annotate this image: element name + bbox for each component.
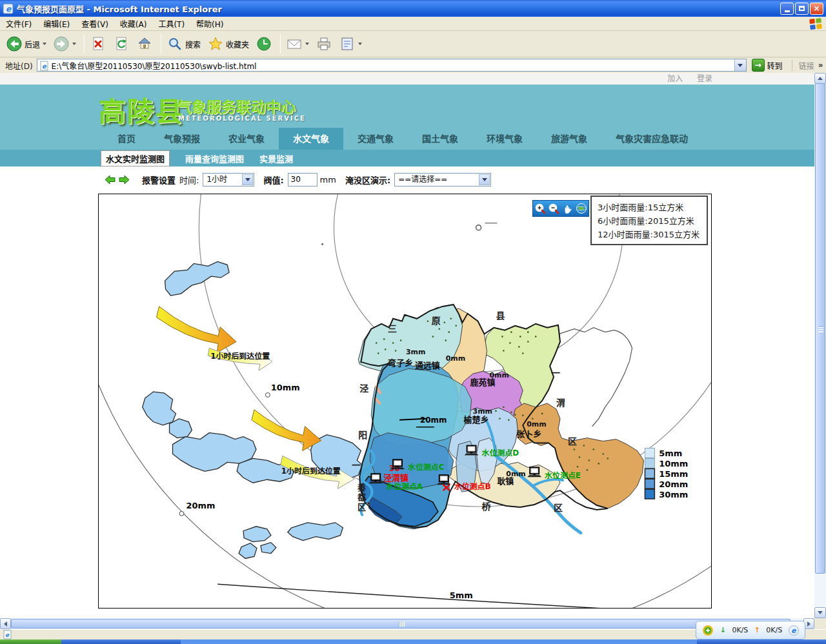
ring-label-5mm: 5mm	[450, 590, 473, 600]
tab-agriculture[interactable]: 农业气象	[214, 128, 279, 150]
select-dropdown-icon[interactable]	[242, 174, 253, 185]
rain-yuchuxiang: 3mm	[473, 407, 492, 416]
address-dropdown-icon[interactable]	[734, 59, 746, 71]
subtab-rain-query[interactable]: 雨量查询监测图	[185, 152, 244, 165]
geo-label: 原	[432, 316, 441, 326]
back-button[interactable]: 后退	[4, 34, 48, 54]
favorites-button[interactable]: 收藏夹	[205, 34, 251, 54]
menu-help[interactable]: 帮助(H)	[190, 18, 229, 29]
zoom-in-icon[interactable]	[534, 203, 546, 214]
rain-zhangbuxiang: 0mm	[527, 420, 546, 428]
mail-button[interactable]	[284, 34, 311, 54]
station-b-icon	[437, 475, 451, 485]
login-link[interactable]: 登录	[697, 74, 712, 83]
county-regions: 灞	[358, 305, 643, 529]
menu-file[interactable]: 文件(F)	[0, 18, 37, 29]
tab-tourism[interactable]: 旅游气象	[537, 128, 601, 150]
geo-label: 三	[388, 323, 397, 334]
join-link[interactable]: 加入	[667, 74, 683, 83]
horizontal-scroll-thumb[interactable]	[11, 619, 791, 629]
refresh-button[interactable]	[111, 34, 132, 54]
address-input-wrap[interactable]: e	[37, 59, 747, 72]
pan-hand-icon[interactable]	[562, 203, 574, 214]
search-button[interactable]: 搜索	[165, 34, 203, 54]
hydrology-map[interactable]: 10mm 20mm 5mm	[98, 194, 712, 609]
legend-label: 10mm	[659, 459, 688, 468]
tab-traffic[interactable]: 交通气象	[343, 128, 408, 150]
threshold-unit: mm	[320, 175, 336, 185]
menu-favorites[interactable]: 收藏(A)	[114, 18, 153, 29]
flood-select[interactable]: ==请选择==	[394, 173, 491, 186]
next-arrow-icon[interactable]	[119, 175, 130, 185]
geo-label: 一	[352, 460, 361, 470]
go-button[interactable]: → 转到	[752, 59, 783, 72]
close-button[interactable]: ×	[810, 3, 823, 15]
tab-home[interactable]: 首页	[103, 128, 150, 150]
page-content: 加入 登录 高陵县 气象服务联动中心 METEOROLOGICAL SERVIC…	[0, 73, 826, 618]
toolbar-separator	[161, 34, 161, 54]
stop-button[interactable]	[88, 34, 108, 54]
scroll-down-button[interactable]	[814, 607, 826, 618]
toolbar-separator	[280, 34, 281, 54]
go-label: 转到	[767, 60, 783, 71]
browser-toolbar: 后退 搜索	[0, 31, 826, 57]
prev-arrow-icon[interactable]	[105, 175, 116, 185]
menu-tools[interactable]: 工具(T)	[152, 18, 190, 29]
forward-dropdown-icon[interactable]	[72, 43, 76, 45]
ie-widget-icon[interactable]: e	[789, 625, 799, 636]
history-clock-icon	[256, 35, 272, 52]
contour-label-20mm: 20mm	[420, 416, 447, 425]
menu-bar: 文件(F) 编辑(E) 查看(V) 收藏(A) 工具(T) 帮助(H)	[0, 17, 826, 31]
logo-title: 气象服务联动中心	[177, 95, 296, 117]
zoom-out-icon[interactable]	[548, 203, 559, 214]
address-input[interactable]	[52, 61, 710, 70]
globe-icon[interactable]	[576, 203, 587, 214]
menu-edit[interactable]: 编辑(E)	[37, 18, 76, 29]
geo-label-qindu: 秦都区	[357, 483, 367, 521]
back-label: 后退	[25, 39, 40, 50]
tab-environment[interactable]: 环境气象	[472, 128, 537, 150]
threshold-input[interactable]	[288, 173, 317, 186]
subtab-live-view[interactable]: 实景监测	[259, 152, 293, 165]
forward-button[interactable]	[51, 34, 78, 54]
menu-view[interactable]: 查看(V)	[76, 18, 114, 29]
time-select[interactable]: 1小时	[203, 173, 254, 186]
select-dropdown-icon[interactable]	[479, 174, 490, 185]
station-a-label: 水位测点A	[385, 482, 423, 491]
download-arrow-icon: ↓	[720, 626, 726, 634]
station-e-label: 水位测点E	[544, 471, 581, 480]
mail-icon	[286, 35, 303, 52]
title-bar[interactable]: e 气象预报页面原型 - Microsoft Internet Explorer…	[0, 0, 826, 17]
scroll-up-button[interactable]	[814, 73, 826, 84]
links-menu[interactable]: 链接 »	[792, 60, 823, 71]
legend-label: 15mm	[659, 469, 688, 479]
back-dropdown-icon[interactable]	[43, 43, 46, 45]
geo-label: 区	[554, 503, 563, 513]
tab-hydrology[interactable]: 水文气象	[279, 128, 343, 150]
scroll-left-button[interactable]	[0, 618, 11, 629]
stop-icon	[90, 35, 106, 52]
vertical-scroll-thumb[interactable]	[815, 83, 825, 574]
vertical-scrollbar[interactable]	[814, 73, 826, 618]
edit-button[interactable]	[337, 34, 364, 54]
arrival-label-2: 1小时后到达位置	[281, 467, 341, 476]
mail-dropdown-icon[interactable]	[305, 43, 309, 45]
ie-window-icon: e	[3, 3, 14, 14]
home-button[interactable]	[134, 34, 155, 54]
edit-dropdown-icon[interactable]	[358, 43, 362, 45]
taskbar[interactable]	[0, 639, 826, 644]
subtab-realtime-monitor[interactable]: 水文实时监测图	[101, 150, 170, 166]
maximize-button[interactable]	[795, 3, 809, 15]
radar-center-marker	[321, 223, 497, 245]
tab-weather-forecast[interactable]: 气象预报	[150, 128, 214, 150]
main-nav: 首页 气象预报 农业气象 水文气象 交通气象 国土气象 环境气象 旅游气象 气象…	[0, 128, 814, 150]
taskbar-button[interactable]	[181, 639, 697, 644]
history-button[interactable]	[254, 34, 274, 54]
tab-land[interactable]: 国土气象	[408, 128, 472, 150]
minimize-button[interactable]	[780, 3, 794, 15]
start-button[interactable]	[0, 639, 61, 644]
print-button[interactable]	[314, 34, 334, 54]
threshold-label: 阀值:	[263, 174, 283, 186]
network-speed-widget[interactable]: ↓ 0K/S ↑ 0K/S e	[696, 621, 805, 639]
tab-disaster-emergency[interactable]: 气象灾害应急联动	[601, 128, 702, 150]
